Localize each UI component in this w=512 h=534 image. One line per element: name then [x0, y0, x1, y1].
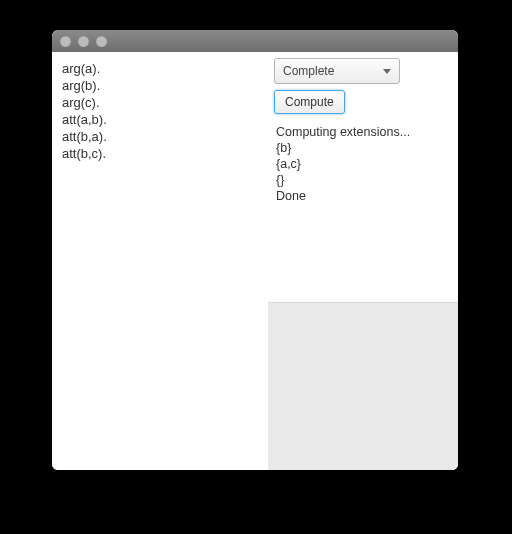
minimize-icon[interactable] [78, 36, 89, 47]
code-line: att(b,a). [62, 128, 257, 145]
code-line: att(b,c). [62, 145, 257, 162]
app-window: arg(a). arg(b). arg(c). att(a,b). att(b,… [52, 30, 458, 470]
output-panel: Computing extensions... {b} {a,c} {} Don… [268, 118, 458, 302]
output-line: {} [276, 172, 450, 188]
output-line: {b} [276, 140, 450, 156]
right-pane: Complete Compute Computing extensions...… [268, 52, 458, 470]
output-line: Done [276, 188, 450, 204]
semantics-selected: Complete [283, 64, 334, 78]
close-icon[interactable] [60, 36, 71, 47]
content-area: arg(a). arg(b). arg(c). att(a,b). att(b,… [52, 52, 458, 470]
code-line: arg(c). [62, 94, 257, 111]
controls: Complete Compute [268, 52, 458, 118]
chevron-down-icon [383, 69, 391, 74]
lower-panel [268, 302, 458, 470]
code-line: arg(a). [62, 60, 257, 77]
compute-button[interactable]: Compute [274, 90, 345, 114]
titlebar [52, 30, 458, 52]
code-line: att(a,b). [62, 111, 257, 128]
output-line: {a,c} [276, 156, 450, 172]
maximize-icon[interactable] [96, 36, 107, 47]
output-line: Computing extensions... [276, 124, 450, 140]
compute-button-label: Compute [285, 95, 334, 109]
code-line: arg(b). [62, 77, 257, 94]
semantics-dropdown[interactable]: Complete [274, 58, 400, 84]
code-editor[interactable]: arg(a). arg(b). arg(c). att(a,b). att(b,… [52, 52, 268, 470]
